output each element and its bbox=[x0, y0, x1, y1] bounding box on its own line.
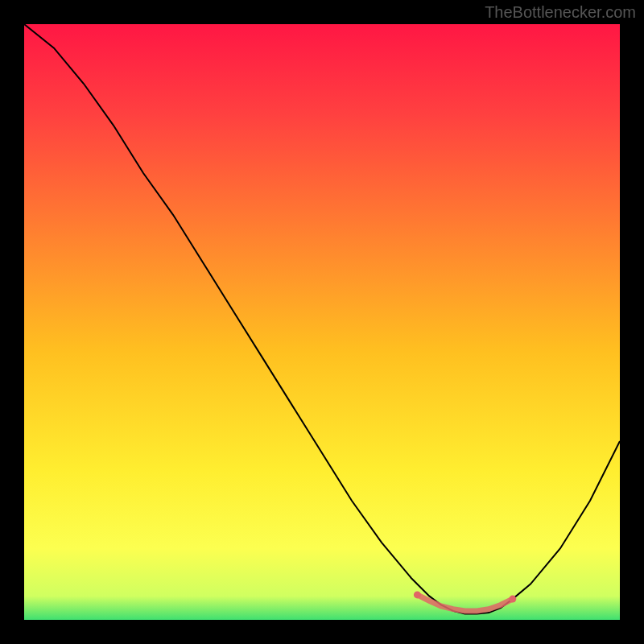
gradient-background bbox=[24, 24, 620, 620]
chart-svg bbox=[24, 24, 620, 620]
chart-container: TheBottlenecker.com bbox=[0, 0, 644, 644]
highlight-endpoint bbox=[414, 591, 421, 598]
watermark-text: TheBottlenecker.com bbox=[485, 3, 636, 22]
plot-area bbox=[24, 24, 620, 620]
highlight-endpoint bbox=[509, 596, 516, 603]
